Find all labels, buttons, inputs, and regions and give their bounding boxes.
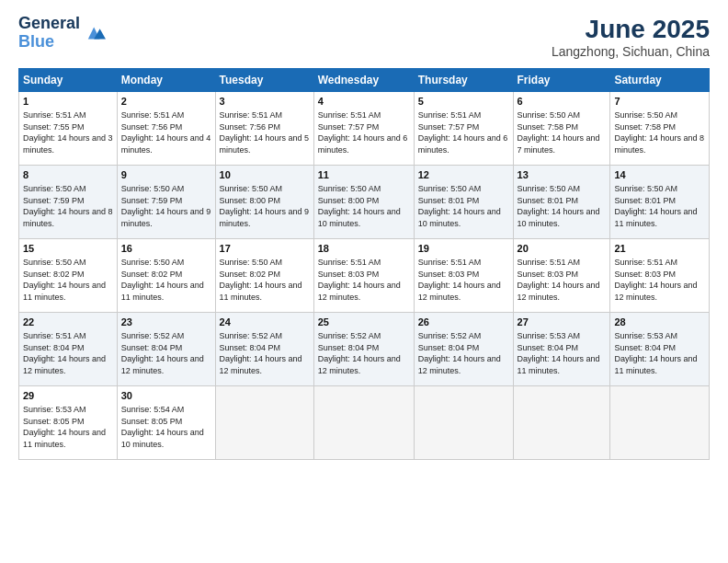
day-info: Sunrise: 5:51 AMSunset: 7:55 PMDaylight:…	[23, 110, 113, 155]
day-info: Sunrise: 5:51 AMSunset: 8:03 PMDaylight:…	[518, 258, 600, 302]
day-info: Sunrise: 5:50 AMSunset: 8:00 PMDaylight:…	[318, 184, 401, 228]
calendar-week-row: 8Sunrise: 5:50 AMSunset: 7:59 PMDaylight…	[19, 166, 710, 239]
day-number: 15	[23, 242, 113, 256]
day-number: 28	[614, 316, 705, 329]
page: GeneralBlue June 2025 Langzhong, Sichuan…	[0, 0, 728, 563]
table-row: 7Sunrise: 5:50 AMSunset: 7:58 PMDaylight…	[610, 92, 710, 166]
location: Langzhong, Sichuan, China	[552, 44, 710, 59]
day-info: Sunrise: 5:51 AMSunset: 8:03 PMDaylight:…	[318, 258, 401, 302]
day-number: 25	[318, 316, 410, 329]
col-friday: Friday	[513, 69, 610, 92]
day-number: 16	[121, 242, 211, 256]
day-number: 1	[23, 95, 113, 109]
day-number: 21	[614, 242, 705, 256]
table-row: 23Sunrise: 5:52 AMSunset: 8:04 PMDayligh…	[117, 313, 215, 386]
col-tuesday: Tuesday	[215, 69, 313, 92]
day-info: Sunrise: 5:50 AMSunset: 8:02 PMDaylight:…	[220, 258, 302, 302]
table-row: 13Sunrise: 5:50 AMSunset: 8:01 PMDayligh…	[513, 166, 610, 239]
day-info: Sunrise: 5:50 AMSunset: 8:01 PMDaylight:…	[614, 184, 697, 228]
day-info: Sunrise: 5:51 AMSunset: 7:56 PMDaylight:…	[121, 110, 211, 155]
day-number: 30	[121, 389, 211, 403]
day-info: Sunrise: 5:51 AMSunset: 8:04 PMDaylight:…	[23, 331, 106, 375]
day-info: Sunrise: 5:50 AMSunset: 7:58 PMDaylight:…	[518, 110, 600, 155]
day-number: 9	[121, 168, 211, 182]
title-block: June 2025 Langzhong, Sichuan, China	[552, 15, 710, 59]
day-number: 3	[220, 95, 310, 109]
table-row: 21Sunrise: 5:51 AMSunset: 8:03 PMDayligh…	[610, 239, 710, 313]
table-row: 29Sunrise: 5:53 AMSunset: 8:05 PMDayligh…	[19, 386, 118, 460]
day-number: 8	[23, 168, 113, 182]
day-info: Sunrise: 5:51 AMSunset: 7:56 PMDaylight:…	[220, 110, 310, 155]
day-number: 4	[318, 95, 410, 109]
table-row: 27Sunrise: 5:53 AMSunset: 8:04 PMDayligh…	[513, 313, 610, 386]
table-row: 2Sunrise: 5:51 AMSunset: 7:56 PMDaylight…	[117, 92, 215, 166]
day-info: Sunrise: 5:50 AMSunset: 7:58 PMDaylight:…	[614, 110, 704, 155]
calendar-week-row: 29Sunrise: 5:53 AMSunset: 8:05 PMDayligh…	[19, 386, 710, 460]
table-row: 6Sunrise: 5:50 AMSunset: 7:58 PMDaylight…	[513, 92, 610, 166]
day-number: 5	[418, 95, 509, 109]
logo-text: GeneralBlue	[18, 15, 80, 52]
day-info: Sunrise: 5:51 AMSunset: 7:57 PMDaylight:…	[418, 110, 508, 155]
day-info: Sunrise: 5:51 AMSunset: 8:03 PMDaylight:…	[614, 258, 697, 302]
day-number: 23	[121, 316, 211, 329]
calendar-table: Sunday Monday Tuesday Wednesday Thursday…	[18, 68, 710, 460]
table-row	[513, 386, 610, 460]
table-row	[414, 386, 513, 460]
day-number: 10	[220, 168, 310, 182]
table-row	[610, 386, 710, 460]
day-info: Sunrise: 5:52 AMSunset: 8:04 PMDaylight:…	[318, 331, 401, 375]
table-row: 24Sunrise: 5:52 AMSunset: 8:04 PMDayligh…	[215, 313, 313, 386]
table-row: 20Sunrise: 5:51 AMSunset: 8:03 PMDayligh…	[513, 239, 610, 313]
table-row: 1Sunrise: 5:51 AMSunset: 7:55 PMDaylight…	[19, 92, 118, 166]
day-info: Sunrise: 5:53 AMSunset: 8:05 PMDaylight:…	[23, 405, 106, 449]
day-number: 24	[220, 316, 310, 329]
table-row: 18Sunrise: 5:51 AMSunset: 8:03 PMDayligh…	[313, 239, 414, 313]
day-info: Sunrise: 5:54 AMSunset: 8:05 PMDaylight:…	[121, 405, 204, 449]
day-number: 2	[121, 95, 211, 109]
day-info: Sunrise: 5:50 AMSunset: 8:01 PMDaylight:…	[518, 184, 600, 228]
table-row: 28Sunrise: 5:53 AMSunset: 8:04 PMDayligh…	[610, 313, 710, 386]
day-number: 17	[220, 242, 310, 256]
table-row	[215, 386, 313, 460]
day-info: Sunrise: 5:50 AMSunset: 8:02 PMDaylight:…	[23, 258, 106, 302]
day-info: Sunrise: 5:53 AMSunset: 8:04 PMDaylight:…	[518, 331, 600, 375]
col-wednesday: Wednesday	[313, 69, 414, 92]
logo: GeneralBlue	[18, 15, 106, 52]
day-info: Sunrise: 5:53 AMSunset: 8:04 PMDaylight:…	[614, 331, 697, 375]
table-row: 4Sunrise: 5:51 AMSunset: 7:57 PMDaylight…	[313, 92, 414, 166]
day-number: 29	[23, 389, 113, 403]
day-number: 7	[614, 95, 705, 109]
table-row: 30Sunrise: 5:54 AMSunset: 8:05 PMDayligh…	[117, 386, 215, 460]
day-number: 22	[23, 316, 113, 329]
table-row: 26Sunrise: 5:52 AMSunset: 8:04 PMDayligh…	[414, 313, 513, 386]
table-row: 12Sunrise: 5:50 AMSunset: 8:01 PMDayligh…	[414, 166, 513, 239]
col-thursday: Thursday	[414, 69, 513, 92]
calendar-week-row: 22Sunrise: 5:51 AMSunset: 8:04 PMDayligh…	[19, 313, 710, 386]
calendar-header-row: Sunday Monday Tuesday Wednesday Thursday…	[19, 69, 710, 92]
table-row: 5Sunrise: 5:51 AMSunset: 7:57 PMDaylight…	[414, 92, 513, 166]
header: GeneralBlue June 2025 Langzhong, Sichuan…	[18, 15, 710, 59]
table-row	[313, 386, 414, 460]
table-row: 9Sunrise: 5:50 AMSunset: 7:59 PMDaylight…	[117, 166, 215, 239]
day-info: Sunrise: 5:50 AMSunset: 8:01 PMDaylight:…	[418, 184, 501, 228]
day-number: 20	[518, 242, 607, 256]
col-saturday: Saturday	[610, 69, 710, 92]
day-info: Sunrise: 5:52 AMSunset: 8:04 PMDaylight:…	[121, 331, 204, 375]
table-row: 8Sunrise: 5:50 AMSunset: 7:59 PMDaylight…	[19, 166, 118, 239]
day-info: Sunrise: 5:52 AMSunset: 8:04 PMDaylight:…	[220, 331, 302, 375]
month-title: June 2025	[552, 15, 710, 44]
table-row: 3Sunrise: 5:51 AMSunset: 7:56 PMDaylight…	[215, 92, 313, 166]
day-info: Sunrise: 5:50 AMSunset: 7:59 PMDaylight:…	[121, 184, 211, 228]
day-number: 18	[318, 242, 410, 256]
table-row: 10Sunrise: 5:50 AMSunset: 8:00 PMDayligh…	[215, 166, 313, 239]
day-info: Sunrise: 5:50 AMSunset: 8:02 PMDaylight:…	[121, 258, 204, 302]
day-number: 12	[418, 168, 509, 182]
day-number: 14	[614, 168, 705, 182]
day-number: 27	[518, 316, 607, 329]
day-number: 19	[418, 242, 509, 256]
day-number: 13	[518, 168, 607, 182]
table-row: 14Sunrise: 5:50 AMSunset: 8:01 PMDayligh…	[610, 166, 710, 239]
day-number: 11	[318, 168, 410, 182]
col-sunday: Sunday	[19, 69, 118, 92]
day-info: Sunrise: 5:52 AMSunset: 8:04 PMDaylight:…	[418, 331, 501, 375]
